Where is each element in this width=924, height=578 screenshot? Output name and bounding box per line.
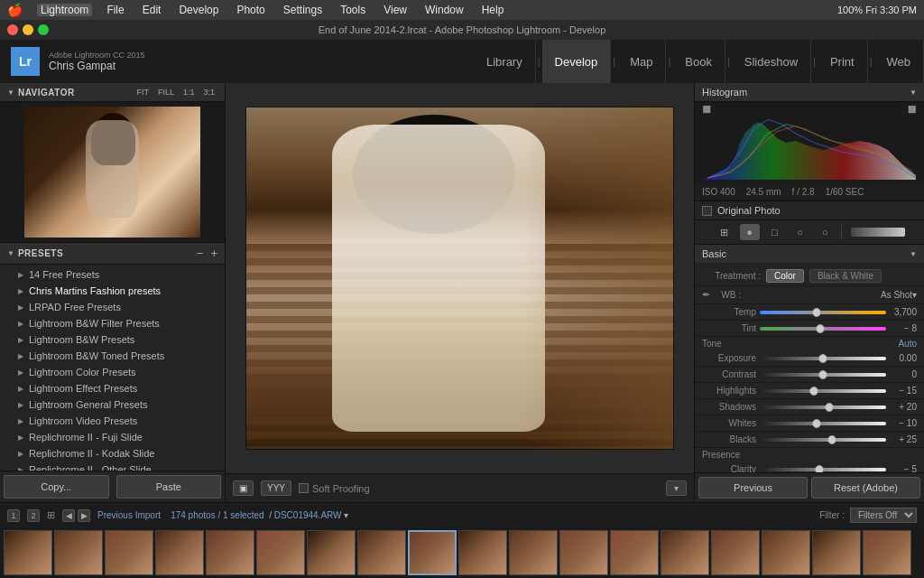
histogram-header[interactable]: Histogram ▼ <box>695 83 924 102</box>
preset-group-11[interactable]: ▶ Replichrome II - Kodak Slide <box>0 445 225 461</box>
film-thumb[interactable] <box>509 530 558 575</box>
spot-removal-tool[interactable]: ● <box>740 224 760 240</box>
minimize-button[interactable] <box>23 24 33 35</box>
red-eye-tool[interactable]: □ <box>765 224 785 240</box>
film-thumb[interactable] <box>812 530 861 575</box>
close-button[interactable] <box>7 24 18 35</box>
film-thumb[interactable] <box>54 530 103 575</box>
original-photo-row[interactable]: Original Photo <box>695 201 924 220</box>
preset-group-12[interactable]: ▶ Replichrome II - Other Slide <box>0 461 225 471</box>
preset-group-2[interactable]: ▶ LRPAD Free Presets <box>0 299 225 315</box>
tab-map[interactable]: Map <box>617 40 666 83</box>
original-photo-checkbox[interactable] <box>702 206 712 216</box>
reset-button[interactable]: Reset (Adobe) <box>811 477 920 499</box>
crop-tool[interactable]: ⊞ <box>715 224 735 240</box>
film-thumb[interactable] <box>357 530 406 575</box>
tab-library[interactable]: Library <box>474 40 536 83</box>
menu-help[interactable]: Help <box>478 4 508 16</box>
temp-slider[interactable] <box>760 311 886 314</box>
filename[interactable]: DSC01944.ARW <box>274 510 342 520</box>
previous-button[interactable]: Previous <box>698 477 808 499</box>
maximize-button[interactable] <box>38 24 49 35</box>
menu-photo[interactable]: Photo <box>233 4 268 16</box>
wb-dropper-icon[interactable]: ✒ <box>702 289 710 301</box>
menu-tools[interactable]: Tools <box>337 4 369 16</box>
tab-web[interactable]: Web <box>874 40 925 83</box>
preset-group-8[interactable]: ▶ Lightroom General Presets <box>0 396 225 413</box>
color-mode-button[interactable]: YYY <box>261 480 291 496</box>
treatment-bw-button[interactable]: Black & White <box>809 269 882 283</box>
filmstrip-nav-buttons[interactable]: ◀ ▶ <box>62 509 90 522</box>
preset-group-0[interactable]: ▶ 14 Free Presets <box>0 266 225 283</box>
whites-slider[interactable] <box>760 422 886 425</box>
film-thumb[interactable] <box>458 530 507 575</box>
filmstrip-page-1[interactable]: 1 <box>7 509 20 522</box>
view-3-1[interactable]: 3:1 <box>200 87 217 98</box>
toolbar-dropdown[interactable]: ▾ <box>666 480 687 496</box>
filter-select[interactable]: Filters Off <box>850 508 917 523</box>
tint-slider[interactable] <box>760 327 886 331</box>
tab-slideshow[interactable]: Slideshow <box>732 40 811 83</box>
presets-header[interactable]: ▼ Presets − + <box>0 242 225 265</box>
menu-develop[interactable]: Develop <box>175 4 222 16</box>
menu-file[interactable]: File <box>103 4 127 16</box>
treatment-color-button[interactable]: Color <box>766 269 804 283</box>
preset-group-7[interactable]: ▶ Lightroom Effect Presets <box>0 380 225 396</box>
tint-slider-thumb[interactable] <box>816 324 825 333</box>
blacks-slider-thumb[interactable] <box>827 435 836 444</box>
filmstrip-page-2[interactable]: 2 <box>27 509 40 522</box>
photo-container[interactable] <box>226 83 694 473</box>
wb-dropdown-icon[interactable]: ▾ <box>912 290 917 300</box>
highlights-slider-thumb[interactable] <box>809 387 818 396</box>
tab-print[interactable]: Print <box>818 40 868 83</box>
tab-book[interactable]: Book <box>672 40 725 83</box>
highlights-slider[interactable] <box>760 389 886 393</box>
temp-slider-thumb[interactable] <box>812 308 821 317</box>
presets-minus-button[interactable]: − <box>197 247 204 260</box>
film-thumb[interactable] <box>206 530 254 575</box>
tab-develop[interactable]: Develop <box>542 40 612 83</box>
window-controls[interactable] <box>7 24 49 35</box>
graduated-filter-tool[interactable]: ○ <box>790 224 810 240</box>
menu-view[interactable]: View <box>380 4 411 16</box>
preset-group-9[interactable]: ▶ Lightroom Video Presets <box>0 413 225 429</box>
shadows-slider-thumb[interactable] <box>825 403 834 412</box>
clarity-slider-thumb[interactable] <box>815 465 824 473</box>
film-thumb[interactable] <box>4 530 52 575</box>
preset-group-10[interactable]: ▶ Replichrome II - Fuji Slide <box>0 429 225 445</box>
tone-curve-widget[interactable] <box>851 228 905 237</box>
wb-value[interactable]: As Shot <box>881 290 912 300</box>
exposure-slider-thumb[interactable] <box>818 354 827 363</box>
shadows-slider[interactable] <box>760 406 886 409</box>
grid-icon[interactable]: ⊞ <box>47 509 55 521</box>
preset-group-6[interactable]: ▶ Lightroom Color Presets <box>0 364 225 380</box>
film-thumb[interactable] <box>256 530 305 575</box>
film-thumb[interactable] <box>863 530 911 575</box>
contrast-slider[interactable] <box>760 373 886 377</box>
film-thumb[interactable] <box>610 530 659 575</box>
film-thumb[interactable] <box>711 530 760 575</box>
copy-button[interactable]: Copy... <box>4 475 109 499</box>
view-1-1[interactable]: 1:1 <box>180 87 198 98</box>
film-thumb[interactable] <box>155 530 204 575</box>
film-thumb[interactable] <box>762 530 810 575</box>
prev-nav-button[interactable]: ◀ <box>62 509 75 522</box>
import-label[interactable]: Previous Import <box>97 510 161 520</box>
clarity-slider[interactable] <box>760 468 886 471</box>
view-mode-button[interactable]: ▣ <box>233 480 254 496</box>
film-thumb[interactable] <box>105 530 153 575</box>
menu-window[interactable]: Window <box>421 4 467 16</box>
preset-group-3[interactable]: ▶ Lightroom B&W Filter Presets <box>0 315 225 331</box>
soft-proofing-toggle[interactable]: Soft Proofing <box>299 483 370 494</box>
view-fill[interactable]: FILL <box>155 87 177 98</box>
exposure-slider[interactable] <box>760 357 886 360</box>
soft-proof-checkbox[interactable] <box>299 483 309 493</box>
film-thumb[interactable] <box>307 530 356 575</box>
apple-menu[interactable]: 🍎 <box>7 3 23 17</box>
presets-plus-button[interactable]: + <box>210 247 217 260</box>
auto-button[interactable]: Auto <box>898 339 917 349</box>
navigator-header[interactable]: ▼ Navigator FIT FILL 1:1 3:1 <box>0 83 225 102</box>
film-thumb[interactable] <box>408 530 457 575</box>
preset-group-4[interactable]: ▶ Lightroom B&W Presets <box>0 331 225 348</box>
blacks-slider[interactable] <box>760 438 886 442</box>
